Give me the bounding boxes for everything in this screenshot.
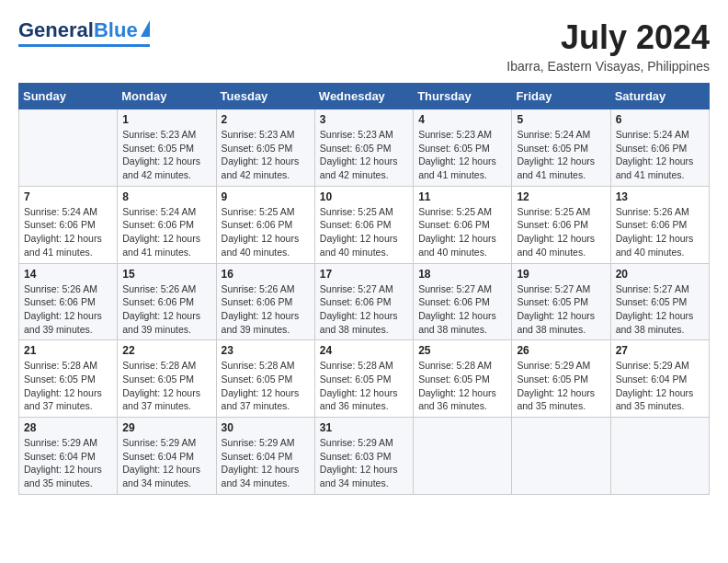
calendar-cell: 3Sunrise: 5:23 AM Sunset: 6:05 PM Daylig… [314, 109, 413, 187]
day-number: 23 [222, 344, 310, 357]
day-number: 21 [24, 344, 112, 357]
day-number: 6 [616, 113, 704, 126]
day-info: Sunrise: 5:24 AM Sunset: 6:06 PM Dayligh… [24, 205, 112, 259]
logo-blue: Blue [94, 18, 138, 42]
calendar-cell [19, 109, 118, 187]
day-info: Sunrise: 5:28 AM Sunset: 6:05 PM Dayligh… [418, 359, 506, 413]
calendar-cell: 5Sunrise: 5:24 AM Sunset: 6:05 PM Daylig… [512, 109, 610, 187]
calendar-week-row: 21Sunrise: 5:28 AM Sunset: 6:05 PM Dayli… [19, 340, 710, 418]
location-label: Ibarra, Eastern Visayas, Philippines [506, 59, 710, 74]
calendar-cell: 9Sunrise: 5:25 AM Sunset: 6:06 PM Daylig… [216, 186, 314, 263]
day-number: 30 [222, 421, 310, 434]
day-info: Sunrise: 5:26 AM Sunset: 6:06 PM Dayligh… [122, 282, 210, 337]
day-info: Sunrise: 5:25 AM Sunset: 6:06 PM Dayligh… [320, 205, 408, 259]
day-number: 16 [222, 268, 310, 281]
day-info: Sunrise: 5:27 AM Sunset: 6:06 PM Dayligh… [418, 282, 506, 337]
calendar-cell: 6Sunrise: 5:24 AM Sunset: 6:06 PM Daylig… [610, 109, 709, 187]
day-number: 19 [517, 268, 605, 281]
day-number: 8 [122, 190, 210, 203]
day-number: 29 [122, 421, 210, 434]
day-number: 31 [320, 421, 408, 434]
day-info: Sunrise: 5:28 AM Sunset: 6:05 PM Dayligh… [320, 359, 408, 413]
calendar-cell: 29Sunrise: 5:29 AM Sunset: 6:04 PM Dayli… [118, 418, 216, 495]
day-number: 26 [517, 344, 605, 357]
day-info: Sunrise: 5:27 AM Sunset: 6:05 PM Dayligh… [517, 282, 605, 337]
logo-underline [18, 44, 150, 47]
calendar-cell: 12Sunrise: 5:25 AM Sunset: 6:06 PM Dayli… [512, 186, 610, 263]
day-info: Sunrise: 5:29 AM Sunset: 6:04 PM Dayligh… [24, 436, 112, 490]
day-number: 1 [122, 113, 210, 126]
day-info: Sunrise: 5:28 AM Sunset: 6:05 PM Dayligh… [122, 359, 210, 413]
calendar-cell: 13Sunrise: 5:26 AM Sunset: 6:06 PM Dayli… [610, 186, 709, 263]
day-number: 17 [320, 268, 408, 281]
calendar-cell: 25Sunrise: 5:28 AM Sunset: 6:05 PM Dayli… [414, 340, 512, 418]
day-info: Sunrise: 5:29 AM Sunset: 6:05 PM Dayligh… [517, 359, 605, 413]
weekday-header-saturday: Saturday [610, 84, 709, 109]
calendar-cell: 20Sunrise: 5:27 AM Sunset: 6:05 PM Dayli… [610, 263, 709, 340]
calendar-cell: 30Sunrise: 5:29 AM Sunset: 6:04 PM Dayli… [216, 418, 314, 495]
day-number: 11 [418, 190, 506, 203]
day-info: Sunrise: 5:27 AM Sunset: 6:06 PM Dayligh… [320, 282, 408, 337]
calendar-cell [512, 418, 610, 495]
day-info: Sunrise: 5:25 AM Sunset: 6:06 PM Dayligh… [517, 205, 605, 259]
weekday-header-thursday: Thursday [414, 84, 512, 109]
calendar-cell: 19Sunrise: 5:27 AM Sunset: 6:05 PM Dayli… [512, 263, 610, 340]
month-year-title: July 2024 [506, 18, 710, 57]
calendar-cell: 14Sunrise: 5:26 AM Sunset: 6:06 PM Dayli… [19, 263, 118, 340]
calendar-week-row: 1Sunrise: 5:23 AM Sunset: 6:05 PM Daylig… [19, 109, 710, 187]
calendar-cell: 18Sunrise: 5:27 AM Sunset: 6:06 PM Dayli… [414, 263, 512, 340]
calendar-cell: 1Sunrise: 5:23 AM Sunset: 6:05 PM Daylig… [118, 109, 216, 187]
calendar-cell [414, 418, 512, 495]
calendar-cell: 7Sunrise: 5:24 AM Sunset: 6:06 PM Daylig… [19, 186, 118, 263]
logo-arrow-icon [141, 20, 150, 37]
calendar-cell: 28Sunrise: 5:29 AM Sunset: 6:04 PM Dayli… [19, 418, 118, 495]
day-number: 13 [616, 190, 704, 203]
day-number: 14 [24, 268, 112, 281]
day-number: 20 [616, 268, 704, 281]
calendar-cell: 23Sunrise: 5:28 AM Sunset: 6:05 PM Dayli… [216, 340, 314, 418]
day-info: Sunrise: 5:23 AM Sunset: 6:05 PM Dayligh… [320, 128, 408, 182]
day-number: 22 [122, 344, 210, 357]
calendar-cell: 24Sunrise: 5:28 AM Sunset: 6:05 PM Dayli… [314, 340, 413, 418]
day-number: 3 [320, 113, 408, 126]
calendar-cell: 8Sunrise: 5:24 AM Sunset: 6:06 PM Daylig… [118, 186, 216, 263]
day-info: Sunrise: 5:29 AM Sunset: 6:04 PM Dayligh… [616, 359, 704, 413]
day-info: Sunrise: 5:29 AM Sunset: 6:03 PM Dayligh… [320, 436, 408, 490]
day-number: 24 [320, 344, 408, 357]
day-info: Sunrise: 5:25 AM Sunset: 6:06 PM Dayligh… [418, 205, 506, 259]
day-number: 28 [24, 421, 112, 434]
day-info: Sunrise: 5:27 AM Sunset: 6:05 PM Dayligh… [616, 282, 704, 337]
day-info: Sunrise: 5:23 AM Sunset: 6:05 PM Dayligh… [122, 128, 210, 182]
calendar-cell: 4Sunrise: 5:23 AM Sunset: 6:05 PM Daylig… [414, 109, 512, 187]
calendar-cell: 17Sunrise: 5:27 AM Sunset: 6:06 PM Dayli… [314, 263, 413, 340]
day-info: Sunrise: 5:28 AM Sunset: 6:05 PM Dayligh… [24, 359, 112, 413]
day-info: Sunrise: 5:24 AM Sunset: 6:06 PM Dayligh… [616, 128, 704, 182]
weekday-header-sunday: Sunday [19, 84, 118, 109]
day-info: Sunrise: 5:24 AM Sunset: 6:05 PM Dayligh… [517, 128, 605, 182]
calendar-week-row: 7Sunrise: 5:24 AM Sunset: 6:06 PM Daylig… [19, 186, 710, 263]
calendar-cell: 22Sunrise: 5:28 AM Sunset: 6:05 PM Dayli… [118, 340, 216, 418]
calendar-cell: 2Sunrise: 5:23 AM Sunset: 6:05 PM Daylig… [216, 109, 314, 187]
calendar-cell [610, 418, 709, 495]
day-info: Sunrise: 5:23 AM Sunset: 6:05 PM Dayligh… [222, 128, 310, 182]
day-info: Sunrise: 5:29 AM Sunset: 6:04 PM Dayligh… [222, 436, 310, 490]
calendar-cell: 10Sunrise: 5:25 AM Sunset: 6:06 PM Dayli… [314, 186, 413, 263]
day-info: Sunrise: 5:23 AM Sunset: 6:05 PM Dayligh… [418, 128, 506, 182]
day-number: 25 [418, 344, 506, 357]
day-number: 2 [222, 113, 310, 126]
day-info: Sunrise: 5:28 AM Sunset: 6:05 PM Dayligh… [222, 359, 310, 413]
day-number: 18 [418, 268, 506, 281]
day-number: 5 [517, 113, 605, 126]
day-info: Sunrise: 5:29 AM Sunset: 6:04 PM Dayligh… [122, 436, 210, 490]
calendar-cell: 26Sunrise: 5:29 AM Sunset: 6:05 PM Dayli… [512, 340, 610, 418]
day-number: 4 [418, 113, 506, 126]
logo: General Blue [18, 18, 150, 47]
header: General Blue July 2024 Ibarra, Eastern V… [18, 18, 710, 74]
logo-text: General Blue [18, 18, 150, 42]
title-section: July 2024 Ibarra, Eastern Visayas, Phili… [506, 18, 710, 74]
weekday-header-monday: Monday [118, 84, 216, 109]
weekday-header-tuesday: Tuesday [216, 84, 314, 109]
day-number: 27 [616, 344, 704, 357]
calendar-cell: 21Sunrise: 5:28 AM Sunset: 6:05 PM Dayli… [19, 340, 118, 418]
calendar-table: SundayMondayTuesdayWednesdayThursdayFrid… [18, 83, 710, 495]
